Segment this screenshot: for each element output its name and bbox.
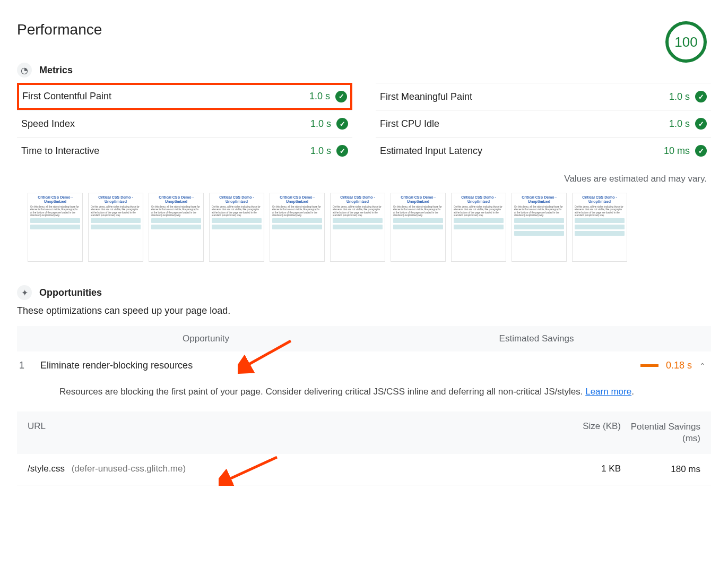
frame-title: Critical CSS Demo - Unoptimized [151,195,201,204]
metric-value: 1.0 s [669,91,690,102]
filmstrip-frame: Critical CSS Demo - UnoptimizedOn this d… [209,193,264,262]
check-icon: ✓ [335,91,347,102]
metric-row[interactable]: Speed Index1.0 s✓ [17,110,352,137]
savings-column: Estimated Savings [240,333,700,344]
opportunity-detail: Resources are blocking the first paint o… [17,380,711,411]
frame-title: Critical CSS Demo - Unoptimized [212,195,262,204]
frame-title: Critical CSS Demo - Unoptimized [333,195,383,204]
metrics-section-header: ◔ Metrics [17,63,711,78]
resource-path: /style.css [28,464,65,474]
resource-host: (defer-unused-css.glitch.me) [72,464,186,474]
frame-title: Critical CSS Demo - Unoptimized [30,195,80,204]
learn-more-link[interactable]: Learn more [585,387,631,397]
metric-name: Estimated Input Latency [380,145,482,157]
opportunities-section-header: ✦ Opportunities [17,285,711,300]
opportunity-name: Eliminate render-blocking resources [40,360,316,371]
frame-title: Critical CSS Demo - Unoptimized [393,195,443,204]
metric-name: First Meaningful Paint [380,91,472,102]
savings-bar [640,364,658,367]
size-column: Size (KB) [547,421,621,444]
opportunities-description: These optimizations can speed up your pa… [17,305,711,316]
metric-name: First CPU Idle [380,118,439,130]
opportunity-column: Opportunity [28,333,240,344]
page-title: Performance [17,21,102,38]
opportunity-index: 1 [19,360,40,371]
potential-savings-column: Potential Savings (ms) [621,421,700,444]
opportunity-icon: ✦ [17,285,32,300]
check-icon: ✓ [695,145,707,157]
filmstrip-frame: Critical CSS Demo - UnoptimizedOn this d… [270,193,325,262]
metric-name: First Contentful Paint [22,91,111,102]
filmstrip-frame: Critical CSS Demo - UnoptimizedOn this d… [330,193,385,262]
url-column: URL [28,421,547,444]
check-icon: ✓ [695,91,707,102]
metric-value: 1.0 s [309,91,330,102]
filmstrip-frame: Critical CSS Demo - UnoptimizedOn this d… [391,193,446,262]
metric-row[interactable]: First Contentful Paint1.0 s✓ [17,83,352,110]
opportunities-table-header: Opportunity Estimated Savings [17,326,711,351]
score-gauge: 100 [665,21,707,63]
filmstrip-frame: Critical CSS Demo - UnoptimizedOn this d… [451,193,506,262]
metric-name: Speed Index [21,118,75,130]
frame-title: Critical CSS Demo - Unoptimized [91,195,141,204]
filmstrip-frame: Critical CSS Demo - UnoptimizedOn this d… [512,193,567,262]
metric-row[interactable]: First CPU Idle1.0 s✓ [376,110,711,137]
resource-row: /style.css (defer-unused-css.glitch.me) … [17,454,711,485]
frame-title: Critical CSS Demo - Unoptimized [272,195,322,204]
metric-row[interactable]: Estimated Input Latency10 ms✓ [376,137,711,164]
metric-value: 1.0 s [669,118,690,130]
check-icon: ✓ [336,118,348,130]
frame-title: Critical CSS Demo - Unoptimized [454,195,504,204]
frame-title: Critical CSS Demo - Unoptimized [575,195,625,204]
metric-row[interactable]: First Meaningful Paint1.0 s✓ [376,83,711,110]
opportunity-time: 0.18 s [666,360,692,371]
resource-savings: 180 ms [621,464,700,475]
resources-table: URL Size (KB) Potential Savings (ms) /st… [17,411,711,485]
chevron-up-icon[interactable]: ⌃ [699,362,706,370]
resource-size: 1 KB [547,464,621,475]
check-icon: ✓ [336,145,348,157]
metrics-disclaimer: Values are estimated and may vary. [17,174,707,184]
resources-header: URL Size (KB) Potential Savings (ms) [17,411,711,454]
opportunities-label: Opportunities [39,287,102,298]
stopwatch-icon: ◔ [17,63,32,78]
filmstrip: Critical CSS Demo - UnoptimizedOn this d… [17,193,711,262]
metric-name: Time to Interactive [21,145,99,157]
metric-value: 1.0 s [310,118,331,130]
metric-value: 1.0 s [310,145,331,157]
metrics-label: Metrics [39,65,73,76]
metric-row[interactable]: Time to Interactive1.0 s✓ [17,137,352,164]
filmstrip-frame: Critical CSS Demo - UnoptimizedOn this d… [149,193,204,262]
frame-title: Critical CSS Demo - Unoptimized [514,195,564,204]
metrics-grid: First Contentful Paint1.0 s✓First Meanin… [17,83,711,164]
filmstrip-frame: Critical CSS Demo - UnoptimizedOn this d… [572,193,627,262]
metric-value: 10 ms [664,145,690,157]
opportunity-detail-text: Resources are blocking the first paint o… [59,387,585,397]
opportunity-row[interactable]: 1 Eliminate render-blocking resources 0.… [17,351,711,380]
filmstrip-frame: Critical CSS Demo - UnoptimizedOn this d… [28,193,83,262]
filmstrip-frame: Critical CSS Demo - UnoptimizedOn this d… [88,193,143,262]
check-icon: ✓ [695,118,707,130]
